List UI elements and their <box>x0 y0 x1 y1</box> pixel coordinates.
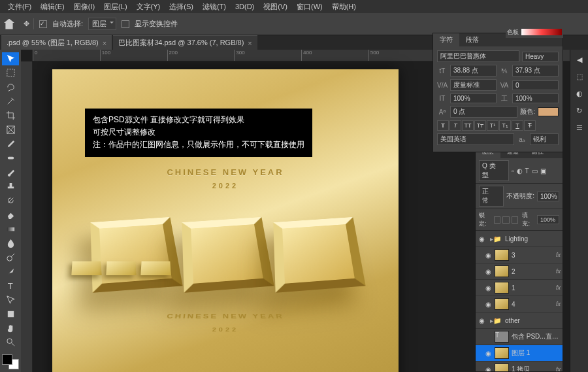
menu-edit[interactable]: 编辑(E) <box>37 1 69 13</box>
character-tab[interactable]: 字符 <box>433 33 459 46</box>
fill-input[interactable]: 100% <box>537 215 559 224</box>
filter-smart-icon[interactable]: ▣ <box>540 167 546 175</box>
zoom-tool[interactable] <box>2 336 19 349</box>
frame-tool[interactable] <box>2 124 19 137</box>
baseline-input[interactable]: 0 点 <box>450 106 517 118</box>
foreground-color[interactable] <box>2 354 12 365</box>
hscale-input[interactable]: 100% <box>512 93 559 103</box>
visibility-toggle[interactable]: ◉ <box>478 317 485 324</box>
stamp-tool[interactable] <box>2 180 19 193</box>
subscript-button[interactable]: T₁ <box>499 120 511 131</box>
filter-adjust-icon[interactable]: ◐ <box>517 167 523 175</box>
visibility-toggle[interactable]: ◉ <box>484 350 492 357</box>
path-tool[interactable] <box>2 294 19 307</box>
adjustments-icon[interactable]: ◐ <box>574 88 585 99</box>
heal-tool[interactable] <box>2 152 19 165</box>
visibility-toggle[interactable]: ◉ <box>484 252 492 259</box>
layer-row[interactable]: ◉▸📁Lighting <box>476 231 563 247</box>
opacity-input[interactable]: 100% <box>537 192 559 201</box>
eyedropper-tool[interactable] <box>2 137 19 150</box>
visibility-toggle[interactable]: ◉ <box>484 301 492 308</box>
font-weight-dropdown[interactable]: Heavy <box>522 52 559 61</box>
superscript-button[interactable]: T¹ <box>487 120 498 131</box>
home-icon[interactable] <box>4 19 14 29</box>
eraser-tool[interactable] <box>2 209 19 222</box>
cc-libraries-icon[interactable]: ⬚ <box>574 71 585 82</box>
document-tab-1[interactable]: .psd @ 55% (图层 1, RGB/8) × <box>1 35 112 50</box>
layer-row[interactable]: ◉1 拷贝fx <box>476 362 563 371</box>
kerning-input[interactable]: 度量标准 <box>450 79 497 91</box>
layer-row[interactable]: ◉图层 1 <box>476 345 563 362</box>
antialias-dropdown[interactable]: 锐利 <box>530 133 559 145</box>
allcaps-button[interactable]: TT <box>462 120 474 131</box>
vscale-input[interactable]: 100% <box>450 93 497 103</box>
color-ramp[interactable] <box>521 29 562 35</box>
menu-select[interactable]: 选择(S) <box>165 1 197 13</box>
menu-image[interactable]: 图像(I) <box>70 1 99 13</box>
menu-type[interactable]: 文字(Y) <box>133 1 165 13</box>
layer-row[interactable]: ◉4fx <box>476 296 563 313</box>
history-icon[interactable]: ↻ <box>574 105 585 116</box>
show-transform-checkbox[interactable] <box>122 20 129 28</box>
wand-tool[interactable] <box>2 95 19 108</box>
lock-pixels[interactable] <box>494 216 501 224</box>
color-swatches[interactable] <box>2 354 19 369</box>
blur-tool[interactable] <box>2 237 19 250</box>
visibility-toggle[interactable]: ◉ <box>484 366 492 372</box>
hand-tool[interactable] <box>2 322 19 335</box>
menu-view[interactable]: 视图(V) <box>259 1 291 13</box>
dodge-tool[interactable] <box>2 251 19 264</box>
marquee-tool[interactable] <box>2 67 19 80</box>
document-tab-2[interactable]: 巴比图案材34.psd @ 37.6% (7, RGB/8) × <box>113 35 257 50</box>
move-tool[interactable] <box>2 52 19 65</box>
auto-select-dropdown[interactable]: 图层 <box>88 18 116 30</box>
underline-button[interactable]: T <box>512 120 523 131</box>
move-tool-icon[interactable]: ✥ <box>20 18 34 29</box>
shape-tool[interactable] <box>2 308 19 321</box>
font-family-dropdown[interactable]: 阿里巴巴普惠体 <box>437 50 519 62</box>
layer-kind-dropdown[interactable]: Q 类型 <box>479 160 509 181</box>
menu-file[interactable]: 文件(F) <box>4 1 35 13</box>
visibility-toggle[interactable]: ◉ <box>478 235 485 243</box>
gradient-tool[interactable] <box>2 222 19 235</box>
pen-tool[interactable] <box>2 265 19 279</box>
leading-input[interactable]: 37.93 点 <box>512 65 559 76</box>
visibility-toggle[interactable]: ◉ <box>484 284 492 292</box>
language-dropdown[interactable]: 美国英语 <box>437 133 514 145</box>
font-size-input[interactable]: 38.88 点 <box>450 65 497 76</box>
filter-image-icon[interactable]: ▫ <box>512 167 514 175</box>
menu-layer[interactable]: 图层(L) <box>100 1 131 13</box>
properties-icon[interactable]: ☰ <box>574 122 585 133</box>
blend-mode-dropdown[interactable]: 正常 <box>479 186 504 207</box>
crop-tool[interactable] <box>2 109 19 122</box>
bold-button[interactable]: T <box>437 120 449 131</box>
lasso-tool[interactable] <box>2 80 19 93</box>
close-icon[interactable]: × <box>103 39 106 47</box>
document-canvas[interactable]: 包含PSD源文件 直接修改文字就可得到效果 可按尺寸调整修改 注：作品中的汇图网… <box>52 69 399 372</box>
layer-row[interactable]: ◉3fx <box>476 247 563 263</box>
italic-button[interactable]: T <box>449 120 461 131</box>
layer-row[interactable]: ◉2fx <box>476 263 563 280</box>
strikethrough-button[interactable]: T̶ <box>524 120 536 131</box>
lock-all[interactable] <box>512 216 519 224</box>
type-tool[interactable]: T <box>2 279 19 292</box>
filter-shape-icon[interactable]: ▭ <box>532 167 538 175</box>
menu-help[interactable]: 帮助(H) <box>328 1 360 13</box>
filter-type-icon[interactable]: T <box>525 167 529 175</box>
visibility-toggle[interactable]: ◉ <box>484 268 492 275</box>
auto-select-checkbox[interactable] <box>39 20 47 28</box>
brush-tool[interactable] <box>2 166 19 179</box>
tracking-input[interactable]: 0 <box>512 80 559 90</box>
expand-icon[interactable]: ◀ <box>574 54 585 65</box>
menu-3d[interactable]: 3D(D) <box>231 1 258 12</box>
smallcaps-button[interactable]: Tᴛ <box>474 120 486 131</box>
close-icon[interactable]: × <box>248 39 252 47</box>
color-tab[interactable]: 色板 <box>507 28 519 37</box>
lock-position[interactable] <box>502 216 510 224</box>
menu-window[interactable]: 窗口(W) <box>293 1 327 13</box>
paragraph-tab[interactable]: 段落 <box>459 33 485 46</box>
layer-row[interactable]: T包含 PSD...直接使用 <box>476 329 563 345</box>
history-brush-tool[interactable] <box>2 194 19 207</box>
layer-row[interactable]: ◉1fx <box>476 280 563 296</box>
menu-filter[interactable]: 滤镜(T) <box>199 1 230 13</box>
